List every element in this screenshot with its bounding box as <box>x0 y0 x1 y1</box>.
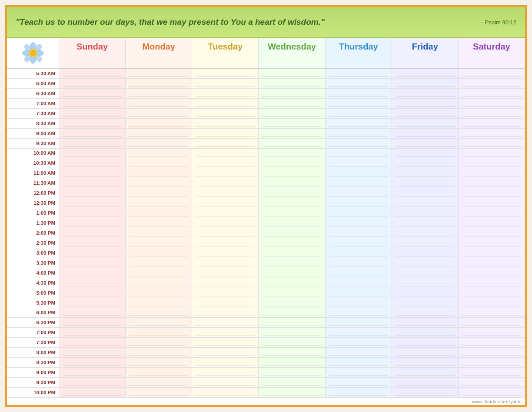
time-cell-tuesday[interactable] <box>192 218 259 228</box>
time-cell-friday[interactable] <box>392 238 459 248</box>
time-cell-friday[interactable] <box>392 228 459 238</box>
time-cell-wednesday[interactable] <box>259 79 325 88</box>
time-cell-saturday[interactable] <box>459 238 525 248</box>
time-cell-monday[interactable] <box>126 129 192 138</box>
time-cell-thursday[interactable] <box>326 248 392 258</box>
time-cell-tuesday[interactable] <box>192 69 259 78</box>
time-cell-sunday[interactable] <box>59 258 126 268</box>
time-cell-friday[interactable] <box>392 109 459 118</box>
time-cell-tuesday[interactable] <box>192 208 259 218</box>
time-cell-friday[interactable] <box>392 139 459 148</box>
time-cell-monday[interactable] <box>126 109 192 118</box>
time-cell-thursday[interactable] <box>326 288 392 298</box>
time-cell-wednesday[interactable] <box>259 338 325 347</box>
time-cell-monday[interactable] <box>126 248 192 258</box>
time-cell-saturday[interactable] <box>459 218 525 228</box>
time-cell-sunday[interactable] <box>59 188 126 198</box>
time-cell-monday[interactable] <box>126 318 192 327</box>
time-cell-tuesday[interactable] <box>192 129 259 138</box>
time-cell-saturday[interactable] <box>459 149 525 158</box>
time-cell-thursday[interactable] <box>326 149 392 158</box>
time-cell-tuesday[interactable] <box>192 328 259 337</box>
time-cell-thursday[interactable] <box>326 308 392 318</box>
time-cell-wednesday[interactable] <box>259 278 325 288</box>
time-cell-monday[interactable] <box>126 119 192 128</box>
time-cell-monday[interactable] <box>126 79 192 88</box>
time-cell-saturday[interactable] <box>459 168 525 178</box>
time-cell-monday[interactable] <box>126 348 192 357</box>
time-cell-sunday[interactable] <box>59 69 126 78</box>
time-cell-monday[interactable] <box>126 238 192 248</box>
time-cell-saturday[interactable] <box>459 89 525 98</box>
time-cell-saturday[interactable] <box>459 188 525 198</box>
time-cell-wednesday[interactable] <box>259 238 325 248</box>
time-cell-monday[interactable] <box>126 158 192 168</box>
time-cell-wednesday[interactable] <box>259 308 325 318</box>
time-cell-thursday[interactable] <box>326 188 392 198</box>
time-cell-saturday[interactable] <box>459 178 525 188</box>
time-cell-monday[interactable] <box>126 388 192 397</box>
time-cell-tuesday[interactable] <box>192 139 259 148</box>
time-cell-monday[interactable] <box>126 308 192 318</box>
time-cell-thursday[interactable] <box>326 69 392 78</box>
time-cell-wednesday[interactable] <box>259 158 325 168</box>
time-cell-saturday[interactable] <box>459 308 525 318</box>
time-cell-thursday[interactable] <box>326 238 392 248</box>
time-cell-friday[interactable] <box>392 318 459 327</box>
time-cell-thursday[interactable] <box>326 158 392 168</box>
time-cell-thursday[interactable] <box>326 348 392 357</box>
time-cell-tuesday[interactable] <box>192 278 259 288</box>
time-cell-sunday[interactable] <box>59 79 126 88</box>
time-cell-sunday[interactable] <box>59 248 126 258</box>
time-cell-tuesday[interactable] <box>192 268 259 278</box>
time-cell-sunday[interactable] <box>59 358 126 367</box>
time-cell-wednesday[interactable] <box>259 258 325 268</box>
time-cell-monday[interactable] <box>126 268 192 278</box>
time-cell-sunday[interactable] <box>59 99 126 108</box>
time-cell-wednesday[interactable] <box>259 228 325 238</box>
time-cell-tuesday[interactable] <box>192 99 259 108</box>
time-cell-friday[interactable] <box>392 268 459 278</box>
time-cell-tuesday[interactable] <box>192 388 259 397</box>
time-cell-friday[interactable] <box>392 178 459 188</box>
time-cell-friday[interactable] <box>392 208 459 218</box>
time-cell-saturday[interactable] <box>459 129 525 138</box>
time-cell-wednesday[interactable] <box>259 69 325 78</box>
time-cell-saturday[interactable] <box>459 378 525 387</box>
time-cell-friday[interactable] <box>392 248 459 258</box>
time-cell-wednesday[interactable] <box>259 248 325 258</box>
time-cell-sunday[interactable] <box>59 278 126 288</box>
time-cell-thursday[interactable] <box>326 378 392 387</box>
time-cell-sunday[interactable] <box>59 388 126 397</box>
time-cell-sunday[interactable] <box>59 158 126 168</box>
time-cell-monday[interactable] <box>126 149 192 158</box>
time-cell-saturday[interactable] <box>459 268 525 278</box>
time-cell-tuesday[interactable] <box>192 318 259 327</box>
time-cell-monday[interactable] <box>126 208 192 218</box>
time-cell-monday[interactable] <box>126 99 192 108</box>
time-cell-sunday[interactable] <box>59 218 126 228</box>
time-cell-saturday[interactable] <box>459 158 525 168</box>
time-cell-wednesday[interactable] <box>259 368 325 377</box>
time-cell-tuesday[interactable] <box>192 109 259 118</box>
time-cell-wednesday[interactable] <box>259 328 325 337</box>
time-cell-tuesday[interactable] <box>192 158 259 168</box>
time-cell-sunday[interactable] <box>59 298 126 308</box>
time-cell-friday[interactable] <box>392 368 459 377</box>
time-cell-sunday[interactable] <box>59 308 126 318</box>
time-cell-friday[interactable] <box>392 338 459 347</box>
time-cell-friday[interactable] <box>392 278 459 288</box>
time-cell-wednesday[interactable] <box>259 99 325 108</box>
time-cell-thursday[interactable] <box>326 298 392 308</box>
time-cell-thursday[interactable] <box>326 358 392 367</box>
time-cell-monday[interactable] <box>126 168 192 178</box>
time-cell-sunday[interactable] <box>59 318 126 327</box>
time-cell-friday[interactable] <box>392 388 459 397</box>
time-cell-monday[interactable] <box>126 188 192 198</box>
time-cell-saturday[interactable] <box>459 198 525 208</box>
time-cell-wednesday[interactable] <box>259 129 325 138</box>
time-cell-friday[interactable] <box>392 119 459 128</box>
time-cell-friday[interactable] <box>392 218 459 228</box>
time-cell-saturday[interactable] <box>459 368 525 377</box>
time-cell-tuesday[interactable] <box>192 238 259 248</box>
